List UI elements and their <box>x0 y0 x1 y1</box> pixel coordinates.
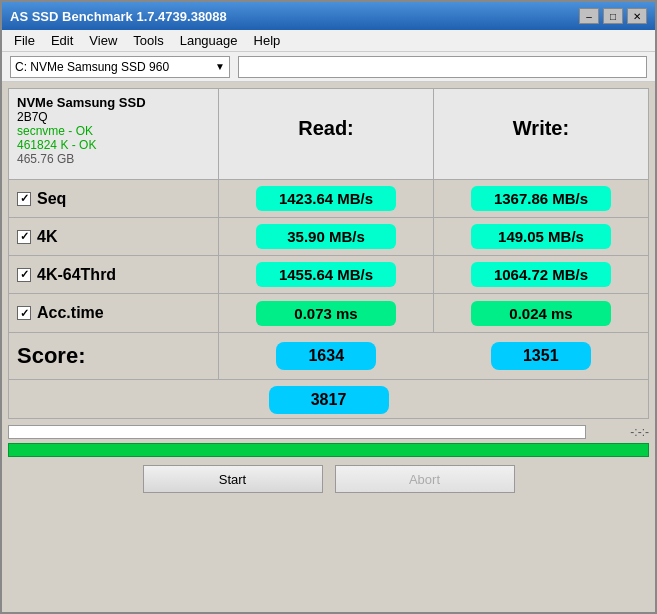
menu-view[interactable]: View <box>81 31 125 50</box>
main-window: AS SSD Benchmark 1.7.4739.38088 – □ ✕ Fi… <box>0 0 657 614</box>
seq-checkbox[interactable]: ✓ <box>17 192 31 206</box>
maximize-button[interactable]: □ <box>603 8 623 24</box>
4k-read-value: 35.90 MB/s <box>256 224 396 249</box>
total-score-row: 3817 <box>9 379 648 418</box>
4k-write-value: 149.05 MB/s <box>471 224 611 249</box>
table-row: ✓ 4K-64Thrd 1455.64 MB/s 1064.72 MB/s <box>9 256 648 294</box>
4k64-write-value: 1064.72 MB/s <box>471 262 611 287</box>
4k64-label-cell: ✓ 4K-64Thrd <box>9 256 219 293</box>
4k-label-cell: ✓ 4K <box>9 218 219 255</box>
drive-textbox[interactable] <box>238 56 647 78</box>
seq-read-value: 1423.64 MB/s <box>256 186 396 211</box>
total-score: 3817 <box>269 386 389 414</box>
drive-info-cell: NVMe Samsung SSD 2B7Q secnvme - OK 46182… <box>9 89 219 179</box>
acctime-label: Acc.time <box>37 304 104 322</box>
drive-kb-ok: 461824 K - OK <box>17 138 210 152</box>
acctime-label-cell: ✓ Acc.time <box>9 294 219 332</box>
abort-button[interactable]: Abort <box>335 465 515 493</box>
acctime-write-value: 0.024 ms <box>471 301 611 326</box>
menu-edit[interactable]: Edit <box>43 31 81 50</box>
read-header: Read: <box>219 89 434 179</box>
acctime-write-cell: 0.024 ms <box>434 294 648 332</box>
menu-help[interactable]: Help <box>246 31 289 50</box>
top-section: NVMe Samsung SSD 2B7Q secnvme - OK 46182… <box>8 88 649 180</box>
4k64-label: 4K-64Thrd <box>37 266 116 284</box>
score-section: Score: 1634 1351 3817 <box>8 333 649 419</box>
4k-read-cell: 35.90 MB/s <box>219 218 434 255</box>
acctime-read-value: 0.073 ms <box>256 301 396 326</box>
menu-file[interactable]: File <box>6 31 43 50</box>
menu-tools[interactable]: Tools <box>125 31 171 50</box>
seq-write-cell: 1367.86 MB/s <box>434 180 648 217</box>
button-row: Start Abort <box>8 465 649 493</box>
window-body: NVMe Samsung SSD 2B7Q secnvme - OK 46182… <box>2 82 655 612</box>
score-label: Score: <box>9 333 219 379</box>
read-score: 1634 <box>276 342 376 370</box>
progress-row: -:-:- <box>8 425 649 439</box>
4k64-write-cell: 1064.72 MB/s <box>434 256 648 293</box>
close-button[interactable]: ✕ <box>627 8 647 24</box>
drive-selected-value: C: NVMe Samsung SSD 960 <box>15 60 169 74</box>
seq-read-cell: 1423.64 MB/s <box>219 180 434 217</box>
score-values: 1634 1351 <box>219 333 648 379</box>
minimize-button[interactable]: – <box>579 8 599 24</box>
drive-dropdown[interactable]: C: NVMe Samsung SSD 960 ▼ <box>10 56 230 78</box>
drive-selector-row: C: NVMe Samsung SSD 960 ▼ <box>2 52 655 82</box>
acctime-checkbox[interactable]: ✓ <box>17 306 31 320</box>
score-row: Score: 1634 1351 <box>9 333 648 379</box>
write-score: 1351 <box>491 342 591 370</box>
overall-progress-bar <box>8 443 649 457</box>
benchmark-rows: ✓ Seq 1423.64 MB/s 1367.86 MB/s ✓ 4K 35.… <box>8 180 649 333</box>
seq-label-cell: ✓ Seq <box>9 180 219 217</box>
table-row: ✓ Seq 1423.64 MB/s 1367.86 MB/s <box>9 180 648 218</box>
acctime-read-cell: 0.073 ms <box>219 294 434 332</box>
drive-secnvme: secnvme - OK <box>17 124 210 138</box>
seq-write-value: 1367.86 MB/s <box>471 186 611 211</box>
bottom-area: -:-:- Start Abort <box>8 425 649 493</box>
drive-name: NVMe Samsung SSD <box>17 95 210 110</box>
table-row: ✓ 4K 35.90 MB/s 149.05 MB/s <box>9 218 648 256</box>
4k-checkbox[interactable]: ✓ <box>17 230 31 244</box>
4k-label: 4K <box>37 228 57 246</box>
dropdown-arrow-icon: ▼ <box>215 61 225 72</box>
4k64-checkbox[interactable]: ✓ <box>17 268 31 282</box>
menu-bar: File Edit View Tools Language Help <box>2 30 655 52</box>
4k-write-cell: 149.05 MB/s <box>434 218 648 255</box>
4k64-read-value: 1455.64 MB/s <box>256 262 396 287</box>
title-bar: AS SSD Benchmark 1.7.4739.38088 – □ ✕ <box>2 2 655 30</box>
4k64-read-cell: 1455.64 MB/s <box>219 256 434 293</box>
start-button[interactable]: Start <box>143 465 323 493</box>
time-display: -:-:- <box>594 425 649 439</box>
seq-label: Seq <box>37 190 66 208</box>
title-bar-controls: – □ ✕ <box>579 8 647 24</box>
progress-bar-container <box>8 425 586 439</box>
table-row: ✓ Acc.time 0.073 ms 0.024 ms <box>9 294 648 332</box>
drive-id: 2B7Q <box>17 110 210 124</box>
menu-language[interactable]: Language <box>172 31 246 50</box>
drive-size: 465.76 GB <box>17 152 210 166</box>
write-header: Write: <box>434 89 648 179</box>
window-title: AS SSD Benchmark 1.7.4739.38088 <box>10 9 227 24</box>
